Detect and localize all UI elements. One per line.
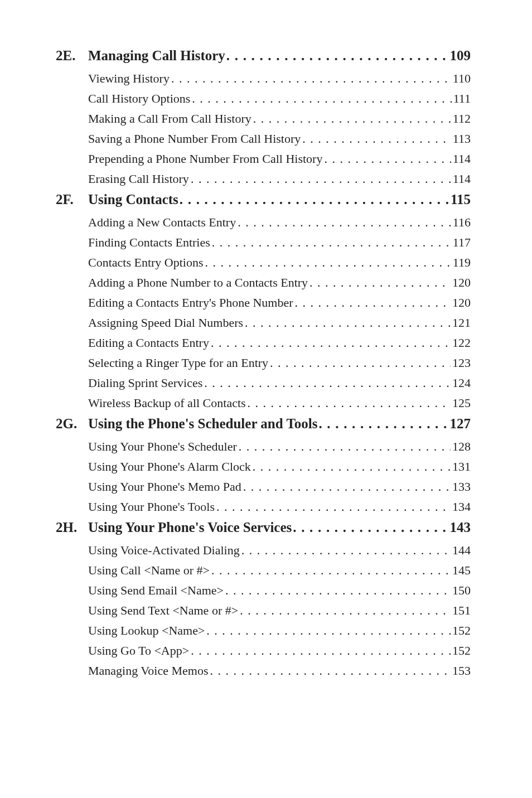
toc-entry: Finding Contacts Entries117 [88, 235, 471, 250]
toc-entry-page: 110 [453, 71, 471, 86]
toc-entry: Dialing Sprint Services124 [88, 376, 471, 390]
toc-entry: Viewing History110 [88, 71, 471, 86]
toc-entry-page: 123 [452, 356, 471, 370]
toc-section-title-row: Using Your Phone's Voice Services143 [88, 520, 471, 535]
toc-entry-page: 133 [452, 480, 471, 494]
toc-section-title: Using Your Phone's Voice Services [88, 520, 292, 535]
toc-entry-text: Making a Call From Call History [88, 112, 252, 126]
toc-entry: Using Your Phone's Alarm Clock131 [88, 460, 471, 474]
toc-section-title-row: Managing Call History109 [88, 48, 471, 64]
toc-leader-dots [248, 396, 451, 410]
toc-section-title: Using the Phone's Scheduler and Tools [88, 416, 317, 432]
toc-leader-dots [211, 336, 451, 350]
toc-section-page: 109 [450, 48, 471, 64]
toc-entry: Using Voice-Activated Dialing144 [88, 543, 471, 558]
toc-entry-text: Using Call <Name or #> [88, 563, 210, 578]
toc-entry: Call History Options111 [88, 91, 471, 106]
toc-section-prefix: 2G. [56, 416, 88, 432]
toc-entry-page: 152 [452, 644, 471, 658]
toc-leader-dots [191, 172, 451, 186]
toc-entry: Using Your Phone's Scheduler128 [88, 439, 471, 454]
toc-entry: Saving a Phone Number From Call History1… [88, 132, 471, 146]
toc-leader-dots [253, 460, 451, 474]
toc-leader-dots [226, 48, 449, 64]
toc-entry-page: 151 [452, 603, 471, 618]
toc-entry-page: 119 [453, 255, 471, 270]
toc-leader-dots [293, 520, 448, 535]
toc-entry-text: Using Go To <App> [88, 644, 189, 658]
toc-entry: Adding a Phone Number to a Contacts Entr… [88, 275, 471, 290]
toc-entry: Making a Call From Call History112 [88, 112, 471, 126]
toc-leader-dots [210, 664, 451, 678]
toc-leader-dots [206, 623, 451, 638]
toc-leader-dots [205, 255, 451, 270]
toc-leader-dots [270, 356, 451, 370]
toc-entry: Managing Voice Memos153 [88, 664, 471, 678]
toc-section-header: 2F.Using Contacts115 [56, 192, 471, 207]
toc-leader-dots [253, 112, 451, 126]
toc-entry: Prepending a Phone Number From Call Hist… [88, 152, 471, 166]
toc-entry: Contacts Entry Options119 [88, 255, 471, 270]
toc-section-header: 2H.Using Your Phone's Voice Services143 [56, 520, 471, 535]
toc-section-page: 115 [451, 192, 471, 207]
toc-entry: Using Go To <App>152 [88, 644, 471, 658]
toc-leader-dots [318, 416, 448, 432]
toc-section-prefix: 2H. [56, 520, 88, 535]
toc-entry-text: Call History Options [88, 91, 190, 106]
toc-section-title: Managing Call History [88, 48, 225, 64]
toc-entry-page: 116 [453, 215, 471, 230]
toc-entry-text: Contacts Entry Options [88, 255, 204, 270]
toc-entry-text: Managing Voice Memos [88, 664, 209, 678]
toc-entry-page: 153 [452, 664, 471, 678]
toc-entry-text: Saving a Phone Number From Call History [88, 132, 301, 146]
toc-entry: Using Send Text <Name or #>151 [88, 603, 471, 618]
toc-section-prefix: 2F. [56, 192, 88, 207]
toc-entry-page: 134 [452, 500, 471, 514]
toc-section-title: Using Contacts [88, 192, 178, 207]
toc-entry: Assigning Speed Dial Numbers121 [88, 316, 471, 330]
toc-entry-page: 144 [452, 543, 471, 558]
toc-leader-dots [239, 439, 451, 454]
toc-leader-dots [309, 275, 451, 290]
toc-entry: Using Lookup <Name>152 [88, 623, 471, 638]
toc-section-prefix: 2E. [56, 48, 88, 64]
toc-section-title-row: Using Contacts115 [88, 192, 471, 207]
toc-entry-page: 121 [452, 316, 471, 330]
toc-entry-page: 111 [453, 91, 471, 106]
toc-entry-text: Adding a Phone Number to a Contacts Entr… [88, 275, 308, 290]
toc-entry-text: Finding Contacts Entries [88, 235, 210, 250]
toc-leader-dots [216, 500, 451, 514]
toc-entry-text: Selecting a Ringer Type for an Entry [88, 356, 268, 370]
toc-leader-dots [225, 583, 451, 598]
toc-leader-dots [238, 215, 451, 230]
toc-leader-dots [192, 91, 451, 106]
toc-section-header: 2G.Using the Phone's Scheduler and Tools… [56, 416, 471, 432]
toc-leader-dots [180, 192, 449, 207]
toc-entry-page: 152 [452, 623, 471, 638]
toc-entry-text: Editing a Contacts Entry [88, 336, 209, 350]
toc-entry-text: Prepending a Phone Number From Call Hist… [88, 152, 322, 166]
toc-entry-page: 124 [452, 376, 471, 390]
toc-entry-page: 114 [453, 172, 471, 186]
toc-entry-text: Adding a New Contacts Entry [88, 215, 236, 230]
toc-entry-text: Erasing Call History [88, 172, 189, 186]
toc-entry-text: Using Send Text <Name or #> [88, 603, 238, 618]
toc-section-header: 2E.Managing Call History109 [56, 48, 471, 64]
toc-entry: Erasing Call History114 [88, 172, 471, 186]
toc-entry: Using Call <Name or #>145 [88, 563, 471, 578]
toc-entry: Wireless Backup of all Contacts125 [88, 396, 471, 410]
toc-entry-page: 113 [453, 132, 471, 146]
toc-leader-dots [171, 71, 451, 86]
toc-entry-text: Using Your Phone's Alarm Clock [88, 460, 251, 474]
toc-entry-page: 122 [452, 336, 471, 350]
toc-entry-text: Using Lookup <Name> [88, 623, 205, 638]
toc-entry-text: Assigning Speed Dial Numbers [88, 316, 243, 330]
toc-entry-page: 117 [453, 235, 471, 250]
toc-entry: Using Your Phone's Memo Pad133 [88, 480, 471, 494]
table-of-contents: 2E.Managing Call History109Viewing Histo… [56, 48, 471, 678]
toc-leader-dots [295, 296, 451, 310]
toc-leader-dots [212, 235, 451, 250]
toc-entry: Adding a New Contacts Entry116 [88, 215, 471, 230]
toc-entry-page: 150 [452, 583, 471, 598]
toc-entry-text: Using Send Email <Name> [88, 583, 224, 598]
